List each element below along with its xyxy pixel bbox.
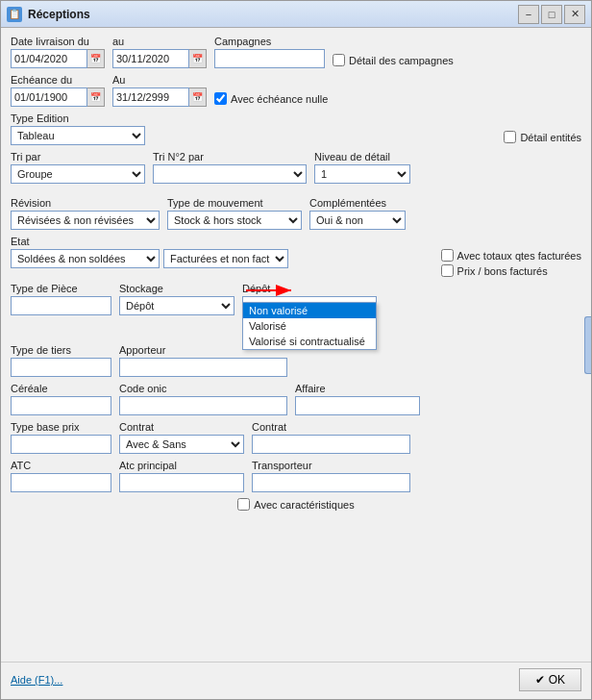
atc-principal-input[interactable] xyxy=(119,473,244,492)
detail-entites-checkbox[interactable] xyxy=(504,131,516,143)
code-onic-input[interactable] xyxy=(119,396,287,415)
echeance-du-group: Echéance du 📅 xyxy=(11,74,105,107)
tri-n2-label: Tri N°2 par xyxy=(153,151,307,162)
detail-campagnes-group: Détail des campagnes xyxy=(333,54,454,68)
ok-label: OK xyxy=(549,673,565,687)
type-edition-select[interactable]: Tableau xyxy=(11,126,145,145)
date-livraison-du-cal[interactable]: 📅 xyxy=(87,49,105,68)
row-type-edition: Type Edition Tableau Détail entités xyxy=(11,112,581,145)
avec-totaux-label: Avec totaux qtes facturées xyxy=(457,250,581,262)
prix-bons-label: Prix / bons facturés xyxy=(457,265,548,277)
row-tri: Tri par Groupe Tri N°2 par Niveau de dét… xyxy=(11,151,581,184)
contrat1-select[interactable]: Avec & Sans xyxy=(119,435,244,454)
cereale-input[interactable] xyxy=(11,396,111,415)
type-tiers-input[interactable] xyxy=(11,358,111,377)
title-bar-buttons: − □ ✕ xyxy=(518,5,585,24)
right-side-tab xyxy=(584,316,591,374)
contrat2-input[interactable] xyxy=(252,435,410,454)
window-icon: 📋 xyxy=(7,7,22,22)
date-livraison-au-group: au 📅 xyxy=(112,36,207,68)
echeance-au-input[interactable] xyxy=(112,88,189,107)
type-piece-input[interactable] xyxy=(11,296,111,315)
depot-option-non-valorise[interactable]: Non valorisé xyxy=(243,303,376,318)
title-bar: 📋 Réceptions − □ ✕ xyxy=(1,1,591,28)
red-arrow-annotation xyxy=(241,281,299,300)
ok-button[interactable]: ✔ OK xyxy=(519,668,581,691)
type-mouvement-select[interactable]: Stock & hors stock xyxy=(167,211,302,230)
date-livraison-du-group: Date livraison du 📅 xyxy=(11,36,105,68)
atc-input[interactable] xyxy=(11,473,111,492)
echeance-au-cal[interactable]: 📅 xyxy=(189,88,207,107)
close-button[interactable]: ✕ xyxy=(564,5,585,24)
campagnes-input[interactable] xyxy=(214,49,325,68)
etat-select1[interactable]: Soldées & non soldées xyxy=(11,249,160,268)
footer: Aide (F1)... ✔ OK xyxy=(1,662,591,699)
date-livraison-au-input[interactable] xyxy=(112,49,189,68)
contrat2-label: Contrat xyxy=(252,421,410,433)
tri-n2-select[interactable] xyxy=(153,164,307,184)
avec-echeance-nulle-group: Avec échéance nulle xyxy=(214,92,328,107)
row-atc: ATC Atc principal Transporteur xyxy=(11,460,581,492)
help-link[interactable]: Aide (F1)... xyxy=(11,674,62,686)
revision-select[interactable]: Révisées & non révisées xyxy=(11,211,160,230)
row-type-base-prix: Type base prix Contrat Avec & Sans Contr… xyxy=(11,421,581,454)
affaire-input[interactable] xyxy=(295,396,420,415)
revision-label: Révision xyxy=(11,197,160,209)
campagnes-group: Campagnes xyxy=(214,36,325,68)
affaire-label: Affaire xyxy=(295,383,420,394)
type-mouvement-group: Type de mouvement Stock & hors stock xyxy=(167,197,302,230)
prix-bons-checkbox[interactable] xyxy=(441,264,454,277)
tri-n2-group: Tri N°2 par xyxy=(153,151,307,184)
depot-option-valorise-contractualise[interactable]: Valorisé si contractualisé xyxy=(243,334,376,349)
echeance-du-input[interactable] xyxy=(11,88,87,107)
date-livraison-du-input[interactable] xyxy=(11,49,87,68)
avec-caracteristiques-checkbox[interactable] xyxy=(237,498,250,511)
etat-label: Etat xyxy=(11,236,288,247)
ok-checkmark: ✔ xyxy=(535,673,545,687)
avec-totaux-checkbox[interactable] xyxy=(441,249,454,262)
date-livraison-du-label: Date livraison du xyxy=(11,36,105,47)
avec-echeance-nulle-checkbox[interactable] xyxy=(214,92,227,105)
type-tiers-group: Type de tiers xyxy=(11,344,111,377)
maximize-button[interactable]: □ xyxy=(541,5,562,24)
main-window: 📋 Réceptions − □ ✕ Date livraison du 📅 a… xyxy=(0,0,592,700)
depot-option-valorise[interactable]: Valorisé xyxy=(243,318,376,334)
type-mouvement-label: Type de mouvement xyxy=(167,197,302,209)
apporteur-input[interactable] xyxy=(119,358,287,377)
etat-select2[interactable]: Facturées et non factu. xyxy=(163,249,288,268)
echeance-au-group: Au 📅 xyxy=(112,74,207,107)
window-title: Réceptions xyxy=(28,8,518,21)
row-etat: Etat Soldées & non soldées Facturées et … xyxy=(11,236,581,277)
date-livraison-au-cal[interactable]: 📅 xyxy=(189,49,207,68)
transporteur-input[interactable] xyxy=(252,473,410,492)
etat-group: Etat Soldées & non soldées Facturées et … xyxy=(11,236,288,268)
code-onic-group: Code onic xyxy=(119,383,287,415)
stockage-label: Stockage xyxy=(119,283,234,294)
transporteur-label: Transporteur xyxy=(252,460,410,471)
niveau-detail-label: Niveau de détail xyxy=(314,151,410,162)
tri-par-label: Tri par xyxy=(11,151,145,162)
totaux-group: Avec totaux qtes facturées Prix / bons f… xyxy=(441,236,581,277)
echeance-du-cal[interactable]: 📅 xyxy=(87,88,105,107)
tri-par-select[interactable]: Groupe xyxy=(11,164,145,184)
complementees-select[interactable]: Oui & non xyxy=(309,211,406,230)
stockage-select[interactable]: Dépôt xyxy=(119,296,234,315)
code-onic-label: Code onic xyxy=(119,383,287,394)
date-livraison-au-wrapper: 📅 xyxy=(112,49,207,68)
detail-entites-group: Détail entités xyxy=(504,131,581,145)
date-livraison-du-wrapper: 📅 xyxy=(11,49,105,68)
avec-caracteristiques-row: Avec caractéristiques xyxy=(11,498,581,511)
type-base-prix-label: Type base prix xyxy=(11,421,111,433)
niveau-detail-select[interactable]: 1 xyxy=(314,164,410,184)
type-base-prix-group: Type base prix xyxy=(11,421,111,454)
row-cereale: Céréale Code onic Affaire xyxy=(11,383,581,415)
tri-par-group: Tri par Groupe xyxy=(11,151,145,184)
complementees-label: Complémentées xyxy=(309,197,406,209)
detail-campagnes-label: Détail des campagnes xyxy=(349,55,454,66)
cereale-group: Céréale xyxy=(11,383,111,415)
detail-campagnes-checkbox[interactable] xyxy=(333,54,345,66)
type-base-prix-input[interactable] xyxy=(11,435,111,454)
type-piece-group: Type de Pièce xyxy=(11,283,111,315)
stockage-group: Stockage Dépôt xyxy=(119,283,234,315)
minimize-button[interactable]: − xyxy=(518,5,539,24)
